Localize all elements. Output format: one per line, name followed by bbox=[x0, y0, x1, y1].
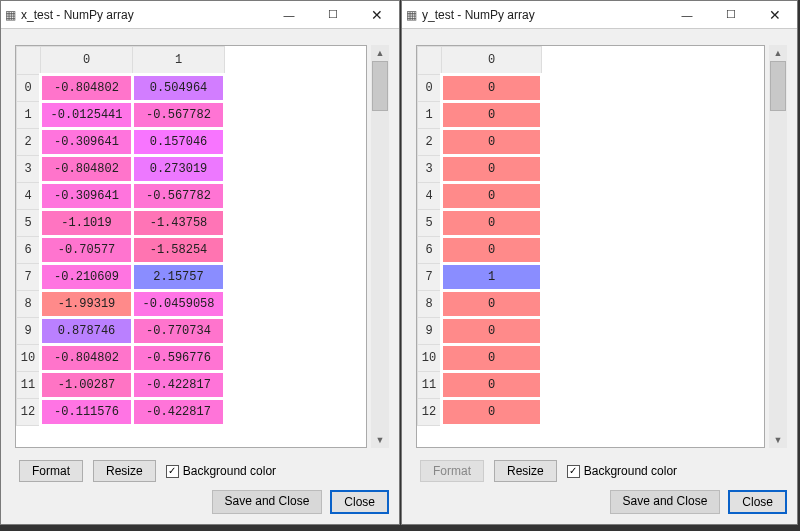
close-button[interactable]: ✕ bbox=[753, 1, 797, 29]
array-cell[interactable]: 0.878746 bbox=[41, 318, 133, 345]
array-cell[interactable]: -0.111576 bbox=[41, 399, 133, 426]
array-cell[interactable]: -0.596776 bbox=[133, 345, 225, 372]
scroll-down-icon[interactable]: ▼ bbox=[769, 432, 787, 448]
format-button[interactable]: Format bbox=[19, 460, 83, 482]
minimize-button[interactable]: — bbox=[267, 1, 311, 29]
checkbox-box[interactable]: ✓ bbox=[567, 465, 580, 478]
array-cell[interactable]: -0.422817 bbox=[133, 372, 225, 399]
array-cell[interactable]: 0 bbox=[442, 129, 542, 156]
row-index[interactable]: 2 bbox=[17, 129, 41, 156]
array-grid[interactable]: 010-0.8048020.5049641-0.0125441-0.567782… bbox=[15, 45, 367, 448]
column-header[interactable]: 0 bbox=[442, 47, 542, 75]
row-index[interactable]: 11 bbox=[17, 372, 41, 399]
row-index[interactable]: 6 bbox=[418, 237, 442, 264]
array-cell[interactable]: 2.15757 bbox=[133, 264, 225, 291]
array-cell[interactable]: -0.0459058 bbox=[133, 291, 225, 318]
titlebar[interactable]: ▦ x_test - NumPy array — ☐ ✕ bbox=[1, 1, 399, 29]
row-index[interactable]: 12 bbox=[418, 399, 442, 426]
array-cell[interactable]: -0.804802 bbox=[41, 156, 133, 183]
maximize-button[interactable]: ☐ bbox=[311, 1, 355, 29]
row-index[interactable]: 6 bbox=[17, 237, 41, 264]
row-index[interactable]: 10 bbox=[17, 345, 41, 372]
save-and-close-button[interactable]: Save and Close bbox=[610, 490, 721, 514]
array-cell[interactable]: -1.99319 bbox=[41, 291, 133, 318]
titlebar[interactable]: ▦ y_test - NumPy array — ☐ ✕ bbox=[402, 1, 797, 29]
row-index[interactable]: 5 bbox=[17, 210, 41, 237]
array-cell[interactable]: -1.58254 bbox=[133, 237, 225, 264]
array-cell[interactable]: 0 bbox=[442, 345, 542, 372]
vertical-scrollbar[interactable]: ▲ ▼ bbox=[371, 45, 389, 448]
save-and-close-button[interactable]: Save and Close bbox=[212, 490, 323, 514]
array-cell[interactable]: -1.43758 bbox=[133, 210, 225, 237]
array-cell[interactable]: -1.00287 bbox=[41, 372, 133, 399]
scroll-up-icon[interactable]: ▲ bbox=[769, 45, 787, 61]
scroll-thumb[interactable] bbox=[770, 61, 786, 111]
array-cell[interactable]: 0 bbox=[442, 183, 542, 210]
row-index[interactable]: 1 bbox=[418, 102, 442, 129]
row-index[interactable]: 5 bbox=[418, 210, 442, 237]
array-cell[interactable]: 0 bbox=[442, 210, 542, 237]
array-cell[interactable]: 0.504964 bbox=[133, 75, 225, 102]
close-dialog-button[interactable]: Close bbox=[728, 490, 787, 514]
row-index[interactable]: 11 bbox=[418, 372, 442, 399]
array-cell[interactable]: 0 bbox=[442, 75, 542, 102]
column-header[interactable]: 0 bbox=[41, 47, 133, 75]
row-index[interactable]: 9 bbox=[418, 318, 442, 345]
array-cell[interactable]: -0.210609 bbox=[41, 264, 133, 291]
minimize-button[interactable]: — bbox=[665, 1, 709, 29]
row-index[interactable]: 10 bbox=[418, 345, 442, 372]
close-dialog-button[interactable]: Close bbox=[330, 490, 389, 514]
row-index[interactable]: 8 bbox=[418, 291, 442, 318]
array-cell[interactable]: -0.804802 bbox=[41, 345, 133, 372]
checkbox-box[interactable]: ✓ bbox=[166, 465, 179, 478]
background-color-checkbox[interactable]: ✓ Background color bbox=[567, 464, 677, 478]
maximize-button[interactable]: ☐ bbox=[709, 1, 753, 29]
row-index[interactable]: 12 bbox=[17, 399, 41, 426]
array-cell[interactable]: -0.309641 bbox=[41, 129, 133, 156]
row-index[interactable]: 4 bbox=[418, 183, 442, 210]
array-cell[interactable]: -0.770734 bbox=[133, 318, 225, 345]
table-row: 0-0.8048020.504964 bbox=[17, 75, 225, 102]
array-cell[interactable]: 0 bbox=[442, 399, 542, 426]
column-header[interactable]: 1 bbox=[133, 47, 225, 75]
array-cell[interactable]: -0.422817 bbox=[133, 399, 225, 426]
row-index[interactable]: 3 bbox=[17, 156, 41, 183]
row-index[interactable]: 0 bbox=[17, 75, 41, 102]
array-cell[interactable]: -0.567782 bbox=[133, 183, 225, 210]
row-index[interactable]: 3 bbox=[418, 156, 442, 183]
array-cell[interactable]: -0.804802 bbox=[41, 75, 133, 102]
array-cell[interactable]: -0.309641 bbox=[41, 183, 133, 210]
array-cell[interactable]: 1 bbox=[442, 264, 542, 291]
array-cell[interactable]: 0 bbox=[442, 318, 542, 345]
row-index[interactable]: 1 bbox=[17, 102, 41, 129]
array-cell[interactable]: 0 bbox=[442, 102, 542, 129]
resize-button[interactable]: Resize bbox=[93, 460, 156, 482]
scroll-track[interactable] bbox=[371, 61, 389, 432]
close-button[interactable]: ✕ bbox=[355, 1, 399, 29]
array-cell[interactable]: 0 bbox=[442, 291, 542, 318]
row-index[interactable]: 9 bbox=[17, 318, 41, 345]
row-index[interactable]: 4 bbox=[17, 183, 41, 210]
array-cell[interactable]: -1.1019 bbox=[41, 210, 133, 237]
scroll-down-icon[interactable]: ▼ bbox=[371, 432, 389, 448]
row-index[interactable]: 7 bbox=[418, 264, 442, 291]
row-index[interactable]: 0 bbox=[418, 75, 442, 102]
array-grid[interactable]: 000102030405060718090100110120 bbox=[416, 45, 765, 448]
background-color-checkbox[interactable]: ✓ Background color bbox=[166, 464, 276, 478]
scroll-up-icon[interactable]: ▲ bbox=[371, 45, 389, 61]
vertical-scrollbar[interactable]: ▲ ▼ bbox=[769, 45, 787, 448]
array-cell[interactable]: -0.567782 bbox=[133, 102, 225, 129]
array-cell[interactable]: -0.0125441 bbox=[41, 102, 133, 129]
scroll-track[interactable] bbox=[769, 61, 787, 432]
array-cell[interactable]: 0.273019 bbox=[133, 156, 225, 183]
row-index[interactable]: 8 bbox=[17, 291, 41, 318]
array-cell[interactable]: 0.157046 bbox=[133, 129, 225, 156]
array-cell[interactable]: 0 bbox=[442, 156, 542, 183]
array-cell[interactable]: -0.70577 bbox=[41, 237, 133, 264]
scroll-thumb[interactable] bbox=[372, 61, 388, 111]
row-index[interactable]: 2 bbox=[418, 129, 442, 156]
row-index[interactable]: 7 bbox=[17, 264, 41, 291]
resize-button[interactable]: Resize bbox=[494, 460, 557, 482]
array-cell[interactable]: 0 bbox=[442, 372, 542, 399]
array-cell[interactable]: 0 bbox=[442, 237, 542, 264]
